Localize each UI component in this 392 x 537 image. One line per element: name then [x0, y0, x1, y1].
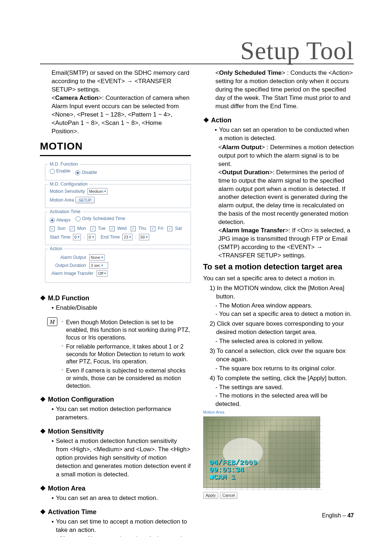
action-legend: Action	[48, 246, 64, 252]
disable-radio[interactable]: Disable	[75, 170, 97, 176]
alarm-image-transfer-label: Alarm Image Transfer	[50, 270, 93, 276]
note-1: ▪Even though Motion Detection is set to …	[62, 319, 191, 341]
step-3a: - The square box returns to its original…	[216, 365, 354, 373]
alarm-output-label: Alarm Output	[50, 255, 86, 260]
chevron-down-icon: ▾	[101, 263, 103, 268]
left-column: Email(SMTP) or saved on the SDHC memory …	[40, 69, 191, 515]
md-function-bullet: •Enable/Disable	[52, 304, 191, 312]
day-sat-checkbox[interactable]: ✓	[167, 226, 172, 231]
camera-stamp: 04/FEB/2009 09:03:34 ■CAM 1	[209, 459, 257, 481]
alarm-output-select[interactable]: None▾	[89, 254, 105, 261]
output-duration-label: Output Duration	[50, 263, 86, 268]
output-duration-select[interactable]: 3 sec▾	[89, 262, 108, 269]
right-column: <Only Scheduled Time> : Conducts the <Ac…	[203, 69, 354, 515]
motion-sensitivity-select[interactable]: Medium▾	[87, 188, 107, 195]
chevron-down-icon: ▾	[78, 235, 79, 240]
motion-config-title: ❖Motion Configuration	[40, 395, 191, 404]
camera-action-label: Camera Action	[55, 94, 98, 101]
motion-area-setup-button[interactable]: SETUP	[75, 197, 95, 203]
motion-area-title: ❖Motion Area	[40, 484, 191, 493]
chevron-down-icon: ▾	[104, 189, 106, 194]
motion-sens-title: ❖Motion Sensitivity	[40, 427, 191, 436]
alarm-image-transfer-select[interactable]: Off▾	[97, 270, 107, 277]
motion-area-label: Motion Area	[50, 197, 74, 203]
step-1: 1) In the MOTION window, click the [Moti…	[216, 284, 354, 301]
start-min-select[interactable]: 0▾	[87, 234, 95, 240]
action-title: ❖Action	[203, 116, 354, 125]
action-bullet: •You can set an operation to be conducte…	[215, 126, 354, 143]
step-2a: - The selected area is colored in yellow…	[216, 337, 354, 346]
step-4a: - The settings are saved.	[216, 383, 354, 392]
only-scheduled-radio[interactable]: Only Scheduled Time	[75, 216, 125, 222]
activation-time-title: ❖Activation Time	[40, 508, 191, 516]
action-fieldset: Action Alarm OutputNone▾ Output Duration…	[45, 249, 191, 283]
step-1b: - You can set a specific area to detect …	[216, 310, 354, 318]
svg-rect-2	[268, 431, 315, 474]
step-4b: - The motions in the selected area will …	[216, 392, 354, 408]
day-sun-checkbox[interactable]: ✓	[50, 226, 55, 231]
day-tue-checkbox[interactable]: ✓	[90, 226, 95, 231]
output-duration-text: <Output Duration>: Determines the period…	[219, 168, 354, 227]
motion-sens-bullet: •Select a motion detection function sens…	[52, 437, 191, 479]
day-thu-checkbox[interactable]: ✓	[131, 226, 136, 231]
motion-heading-rule	[40, 155, 191, 156]
apply-button[interactable]: Apply	[203, 492, 219, 499]
chevron-down-icon: ▾	[101, 255, 103, 260]
end-hour-select[interactable]: 23▾	[122, 234, 132, 240]
page-footer: English – 47	[322, 512, 354, 519]
day-fri-checkbox[interactable]: ✓	[150, 226, 155, 231]
activation-time-fieldset: Activation Time Always Only Scheduled Ti…	[45, 212, 191, 245]
note-icon: M	[47, 317, 57, 326]
step-4: 4) To complete the setting, click the [A…	[216, 374, 354, 383]
alarm-output-text: <Alarm Output> : Determines a motion det…	[219, 143, 354, 168]
motion-sensitivity-label: Motion Sensitivity	[50, 188, 85, 195]
motion-config-bullet: •You can set motion detection performanc…	[52, 405, 191, 422]
md-config-legend: M.D. Configuration	[48, 181, 89, 187]
start-time-label: Start Time	[50, 234, 70, 240]
page-header-title: Setup Tool	[240, 36, 354, 65]
md-config-fieldset: M.D. Configuration Motion Sensitivity Me…	[45, 184, 191, 208]
start-hour-select[interactable]: 0▾	[73, 234, 81, 240]
set-target-heading: To set a motion detection target area	[203, 262, 354, 272]
enable-radio[interactable]: Enable	[50, 168, 70, 174]
step-2: 2) Click over square boxes corresponding…	[216, 320, 354, 337]
md-function-title: ❖M.D Function	[40, 294, 191, 302]
only-scheduled-text: <Only Scheduled Time> : Conducts the <Ac…	[216, 69, 354, 111]
set-target-intro: You can set a specific area to detect a …	[203, 274, 354, 283]
chevron-down-icon: ▾	[104, 271, 106, 276]
chevron-down-icon: ▾	[129, 235, 131, 240]
always-radio[interactable]: Always	[50, 217, 71, 223]
md-function-fieldset: M.D. Function Enable Disable	[45, 164, 191, 180]
day-mon-checkbox[interactable]: ✓	[70, 226, 75, 231]
note-2: ▪For reliable performance, it takes abou…	[62, 343, 191, 366]
cancel-button[interactable]: Cancel	[220, 492, 237, 499]
motion-area-figure: 04/FEB/2009 09:03:34 ■CAM 1	[203, 416, 320, 488]
activation-time-legend: Activation Time	[48, 209, 82, 215]
step-1a: - The Motion Area window appears.	[216, 302, 354, 310]
md-function-legend: M.D. Function	[48, 161, 79, 167]
camera-action-paragraph: <Camera Action>: Counteraction of camera…	[52, 94, 191, 136]
intro-paragraph: Email(SMTP) or saved on the SDHC memory …	[52, 69, 191, 94]
header-rule	[40, 64, 354, 64]
motion-heading: MOTION	[40, 139, 191, 153]
alarm-image-transfer-text: <Alarm Image Transfer>: If <On> is selec…	[219, 227, 354, 260]
chevron-down-icon: ▾	[146, 235, 148, 240]
motion-settings-figure: M.D. Function Enable Disable M.D. Config…	[40, 160, 191, 289]
day-wed-checkbox[interactable]: ✓	[110, 226, 115, 231]
always-text: <Always>: Always conducts the <Action> s…	[55, 535, 191, 537]
note-3: ▪Even if camera is subjected to external…	[62, 367, 191, 390]
end-min-select[interactable]: 59▾	[139, 234, 149, 240]
activation-time-bullet: •You can set time to accept a motion det…	[52, 518, 191, 534]
step-3: 3) To cancel a selection, click over the…	[216, 347, 354, 364]
motion-area-fig-header: Motion Area	[203, 410, 354, 415]
motion-area-bullet: •You can set an area to detect motion.	[52, 494, 191, 503]
end-time-label: End Time	[101, 234, 120, 240]
chevron-down-icon: ▾	[92, 235, 94, 240]
